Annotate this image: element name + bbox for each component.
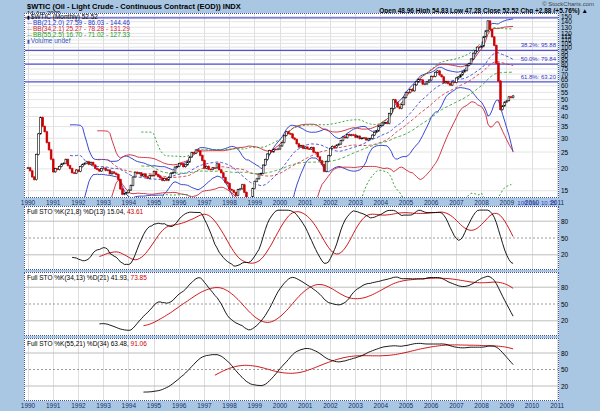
sto-axis-label: 50	[561, 301, 568, 308]
stockcharts-wtic-chart: $WTIC (Oil - Light Crude - Continuous Co…	[0, 0, 600, 411]
x-axis-year-label: 1994	[117, 199, 141, 206]
x-axis-year-label: 2003	[344, 402, 368, 409]
y-axis-price-label: 25	[561, 149, 568, 156]
x-axis-year-label: 1991	[41, 402, 65, 409]
x-axis-year-label: 1994	[117, 402, 141, 409]
x-axis-year-label: 2006	[419, 199, 443, 206]
x-axis-year-label: 2009	[495, 402, 519, 409]
y-axis-price-label: 50	[561, 96, 568, 103]
x-axis-year-label: 2001	[293, 402, 317, 409]
fib-level-label: 61.8%: 63.20	[446, 74, 556, 80]
sto-axis-label: 20	[561, 383, 568, 390]
sto-chart-svg-1	[25, 207, 558, 269]
sto-d-value: 73.85	[131, 274, 147, 281]
sto-k-value: 41.93,	[111, 274, 131, 281]
sto-chart-svg-3	[25, 339, 558, 400]
y-axis-price-label: 20	[561, 165, 568, 172]
fib-level-label: 38.2%: 95.88	[446, 42, 556, 48]
x-axis-year-label: 2005	[394, 402, 418, 409]
y-axis-price-label: 45	[561, 104, 568, 111]
fib-level-label: 100.0%: 10.35	[446, 200, 556, 206]
sto-axis-label: 50	[561, 366, 568, 373]
y-axis-price-label: 55	[561, 89, 568, 96]
x-axis-year-label: 1999	[243, 402, 267, 409]
x-axis-year-label: 1998	[218, 199, 242, 206]
x-axis-year-label: 1996	[167, 402, 191, 409]
sto-k-value: 15.04,	[107, 208, 127, 215]
x-axis-year-label: 1990	[16, 199, 40, 206]
sto-panel-legend: Full STO %K(34,13) %D(21) 41.93, 73.85	[27, 274, 147, 281]
x-axis-year-label: 1992	[66, 199, 90, 206]
y-axis-price-label: 15	[561, 187, 568, 194]
x-axis-year-label: 1999	[243, 199, 267, 206]
x-axis-year-label: 1997	[192, 402, 216, 409]
x-axis-year-label: 1998	[218, 402, 242, 409]
sto-axis-label: 80	[561, 284, 568, 291]
x-axis-year-label: 2011	[545, 402, 569, 409]
x-axis-year-label: 1995	[142, 402, 166, 409]
x-axis-year-label: 2004	[369, 199, 393, 206]
sto-axis-label: 20	[561, 317, 568, 324]
sto-axis-label: 20	[561, 251, 568, 258]
sto-axis-label: 50	[561, 235, 568, 242]
x-axis-year-label: 2003	[344, 199, 368, 206]
fib-level-label: 50.0%: 79.84	[446, 56, 556, 62]
sto-axis-label: 80	[561, 218, 568, 225]
sto-panel-legend: Full STO %K(21,8) %D(13) 15.04, 43.61	[27, 208, 143, 215]
sto-panel-2: Full STO %K(34,13) %D(21) 41.93, 73.85	[24, 272, 559, 336]
sto-d-value: 91.06	[131, 340, 147, 347]
x-axis-year-label: 1991	[41, 199, 65, 206]
x-axis-year-label: 1996	[167, 199, 191, 206]
sto-panel-1: Full STO %K(21,8) %D(13) 15.04, 43.61	[24, 206, 559, 270]
sto-legend-name: Full STO %K(34,13) %D(21)	[27, 274, 111, 281]
x-axis-year-label: 2007	[444, 402, 468, 409]
y-axis-price-label: 30	[561, 135, 568, 142]
x-axis-year-label: 2006	[419, 402, 443, 409]
x-axis-year-label: 2002	[318, 402, 342, 409]
x-axis-year-label: 2008	[470, 402, 494, 409]
sto-panel-3: Full STO %K(55,21) %D(34) 63.48, 91.06	[24, 338, 559, 401]
x-axis-year-label: 2000	[268, 199, 292, 206]
sto-legend-name: Full STO %K(21,8) %D(13)	[27, 208, 107, 215]
y-axis-price-label: 35	[561, 123, 568, 130]
sto-k-value: 63.48,	[111, 340, 131, 347]
x-axis-year-label: 1995	[142, 199, 166, 206]
sto-axis-label: 80	[561, 350, 568, 357]
x-axis-year-label: 1997	[192, 199, 216, 206]
x-axis-year-label: 1993	[92, 402, 116, 409]
x-axis-year-label: 2000	[268, 402, 292, 409]
price-panel: ▮$WTIC (Monthly) 52.52—BB(21,2.0) 27.59 …	[24, 13, 559, 198]
sto-panel-legend: Full STO %K(55,21) %D(34) 63.48, 91.06	[27, 340, 147, 347]
x-axis-year-label: 1992	[66, 402, 90, 409]
x-axis-year-label: 2004	[369, 402, 393, 409]
sto-d-value: 43.61	[127, 208, 143, 215]
x-axis-year-label: 2001	[293, 199, 317, 206]
x-axis-year-label: 1990	[16, 402, 40, 409]
x-axis-year-label: 1993	[92, 199, 116, 206]
x-axis-year-label: 2005	[394, 199, 418, 206]
sto-chart-svg-2	[25, 273, 558, 335]
sto-legend-name: Full STO %K(55,21) %D(34)	[27, 340, 111, 347]
x-axis-year-label: 2010	[520, 402, 544, 409]
x-axis-year-label: 2002	[318, 199, 342, 206]
y-axis-price-label: 40	[561, 113, 568, 120]
